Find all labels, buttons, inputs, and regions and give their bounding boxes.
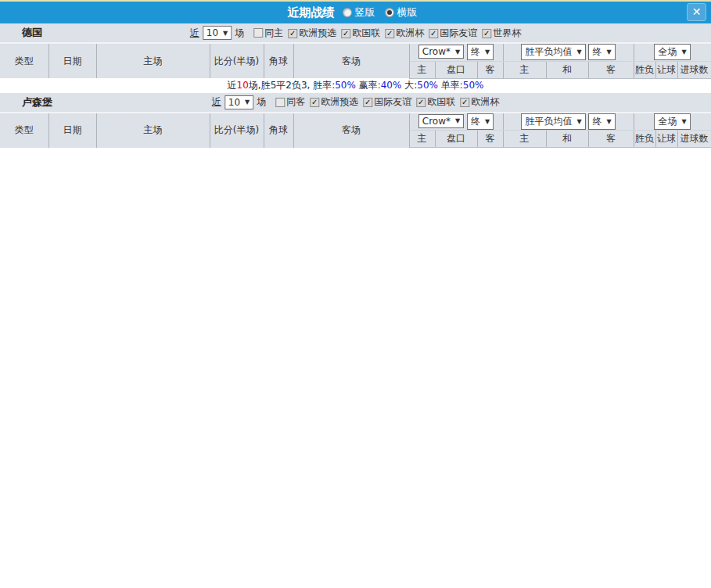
match-count-select[interactable]: 10▼: [203, 26, 232, 40]
col-type: 类型: [0, 44, 48, 78]
league-label: 世界杯: [493, 27, 521, 38]
col-result: 胜负: [634, 61, 655, 78]
col-home: 主场: [96, 44, 210, 78]
result-group-header: 全场▼: [634, 44, 711, 61]
summary-text: 50%: [463, 80, 484, 91]
summary-text: 场,胜5平2负3, 胜率:: [249, 80, 335, 91]
filter-bar: 近 10▼ 场 同客 ✓欧洲预选✓国际友谊✓欧国联✓欧洲杯: [212, 95, 499, 109]
avg-type-value: 胜平负均值: [525, 45, 572, 59]
league-checkbox[interactable]: ✓: [429, 29, 438, 38]
chevron-down-icon: ▼: [223, 30, 228, 37]
league-checkbox[interactable]: ✓: [288, 29, 297, 38]
league-checkbox[interactable]: ✓: [310, 98, 319, 107]
fullmatch-select[interactable]: 全场▼: [654, 44, 690, 60]
chevron-down-icon: ▼: [681, 118, 686, 125]
league-label: 欧国联: [352, 27, 380, 38]
col-away: 客场: [293, 113, 409, 148]
same-venue-checkbox[interactable]: [253, 28, 263, 38]
col-avg-draw: 和: [546, 131, 588, 148]
chevron-down-icon: ▼: [576, 118, 581, 125]
chevron-down-icon: ▼: [681, 48, 686, 56]
odds-company-select[interactable]: Crow*▼: [418, 114, 464, 128]
col-corner: 角球: [264, 113, 293, 148]
avg-stage-value: 终: [592, 115, 601, 128]
fullmatch-value: 全场: [658, 115, 677, 128]
results-table: 类型 日期 主场 比分(半场) 角球 客场 Crow*▼ 终▼ 胜平负均值▼ 终…: [0, 113, 711, 149]
col-home: 主场: [96, 113, 210, 148]
league-label: 国际友谊: [440, 27, 477, 38]
league-checkbox[interactable]: ✓: [482, 29, 491, 38]
col-handicap-result: 让球: [655, 131, 677, 148]
vertical-layout-label[interactable]: 竖版: [355, 5, 375, 20]
col-away: 客场: [293, 44, 409, 78]
section-bar: 卢森堡 近 10▼ 场 同客 ✓欧洲预选✓国际友谊✓欧国联✓欧洲杯: [0, 93, 711, 113]
avg-stage-select[interactable]: 终▼: [588, 44, 615, 60]
horizontal-layout-label[interactable]: 横版: [397, 5, 418, 20]
team-name: 德国: [22, 26, 42, 40]
col-type: 类型: [0, 113, 48, 148]
col-handicap: 盘口: [435, 61, 477, 78]
col-odds-home: 主: [409, 61, 435, 78]
avg-type-select[interactable]: 胜平负均值▼: [521, 113, 585, 130]
chevron-down-icon: ▼: [455, 48, 460, 56]
close-button[interactable]: ✕: [687, 3, 706, 21]
odds-company-select[interactable]: Crow*▼: [418, 45, 464, 59]
league-checkbox[interactable]: ✓: [363, 98, 372, 107]
league-label: 欧洲杯: [396, 27, 424, 38]
league-checkbox[interactable]: ✓: [416, 98, 426, 107]
col-avg-away: 客: [588, 61, 634, 78]
horizontal-layout-radio[interactable]: [385, 8, 394, 17]
col-avg-draw: 和: [546, 61, 588, 78]
near-link[interactable]: 近: [212, 95, 221, 109]
odds-stage-select[interactable]: 终▼: [467, 113, 494, 130]
league-checkbox[interactable]: ✓: [385, 29, 394, 38]
league-label: 欧洲预选: [321, 96, 358, 107]
summary-text: 50%: [335, 80, 356, 91]
vertical-layout-radio[interactable]: [343, 8, 352, 17]
summary-bar: 近10场,胜5平2负3, 胜率:50% 赢率:40% 大:50% 单率:50%: [0, 79, 711, 93]
chevron-down-icon: ▼: [576, 48, 581, 56]
col-odds-home: 主: [409, 131, 435, 148]
col-handicap: 盘口: [435, 131, 477, 148]
league-label: 国际友谊: [374, 96, 411, 107]
near-link[interactable]: 近: [190, 27, 199, 40]
filter-bar: 近 10▼ 场 同主 ✓欧洲预选✓欧国联✓欧洲杯✓国际友谊✓世界杯: [190, 26, 521, 40]
col-result: 胜负: [634, 131, 655, 148]
summary-text: 10: [237, 80, 249, 91]
games-label: 场: [257, 95, 266, 109]
chevron-down-icon: ▼: [485, 48, 490, 56]
same-venue-checkbox[interactable]: [275, 98, 285, 107]
section-bar: 德国 近 10▼ 场 同主 ✓欧洲预选✓欧国联✓欧洲杯✓国际友谊✓世界杯: [0, 23, 711, 44]
summary-text: 50%: [417, 80, 438, 91]
odds-stage-value: 终: [471, 115, 480, 128]
col-avg-home: 主: [503, 61, 546, 78]
chevron-down-icon: ▼: [606, 118, 611, 125]
match-count-value: 10: [228, 97, 240, 108]
chevron-down-icon: ▼: [455, 117, 460, 124]
avg-group-header: 胜平负均值▼ 终▼: [503, 113, 634, 131]
odds-company-value: Crow*: [422, 116, 451, 127]
odds-stage-select[interactable]: 终▼: [467, 44, 494, 60]
summary-text: 40%: [381, 80, 402, 91]
match-count-select[interactable]: 10▼: [224, 95, 253, 109]
odds-company-value: Crow*: [422, 46, 451, 57]
avg-type-select[interactable]: 胜平负均值▼: [521, 44, 585, 60]
league-label: 欧国联: [427, 96, 455, 107]
league-checkbox[interactable]: ✓: [341, 29, 350, 38]
match-count-value: 10: [206, 27, 218, 38]
odds-group-header: Crow*▼ 终▼: [409, 113, 503, 131]
odds-group-header: Crow*▼ 终▼: [409, 44, 503, 61]
col-handicap-result: 让球: [655, 61, 677, 78]
avg-group-header: 胜平负均值▼ 终▼: [503, 44, 634, 61]
titlebar-group: 近期战绩 竖版 横版: [288, 5, 424, 20]
team-section-luxembourg: 卢森堡 近 10▼ 场 同客 ✓欧洲预选✓国际友谊✓欧国联✓欧洲杯 类型 日期 …: [0, 93, 711, 149]
summary-text: 大:: [401, 80, 417, 91]
col-score: 比分(半场): [210, 44, 264, 78]
fullmatch-select[interactable]: 全场▼: [654, 113, 690, 130]
recent-results-dialog: 近期战绩 竖版 横版 ✕ 德国 近 10▼ 场 同主 ✓欧洲预选✓欧国联✓欧洲杯…: [0, 0, 711, 588]
summary-text: 近: [228, 80, 237, 91]
league-checkbox[interactable]: ✓: [460, 98, 469, 107]
col-date: 日期: [48, 44, 96, 78]
dialog-titlebar: 近期战绩 竖版 横版 ✕: [0, 2, 711, 23]
avg-stage-select[interactable]: 终▼: [588, 113, 615, 130]
